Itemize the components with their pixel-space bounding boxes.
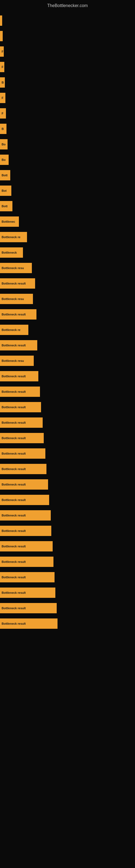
bar: Bottleneck result (0, 278, 35, 289)
bar-label: Bottleneck result (2, 560, 26, 563)
bar-row: Bottleneck result (0, 461, 135, 476)
bar-row (0, 29, 135, 43)
bar-label: Bottleneck result (2, 436, 26, 440)
bar-row: Bottleneck result (0, 523, 135, 538)
bar-label: Bo (2, 143, 6, 146)
bar: F (0, 108, 6, 119)
bar-label: Bottleneck result (2, 576, 26, 579)
bar-label: Bottlenec (2, 220, 15, 223)
bar-label: F (2, 65, 3, 69)
bar-row: Bottleneck re (0, 322, 135, 337)
bar: Bottleneck result (0, 433, 44, 443)
bar-label: Bott (2, 174, 8, 177)
bar-row: Bottleneck result (0, 307, 135, 322)
site-title: TheBottlenecker.com (0, 0, 135, 10)
bar: Bo (0, 139, 8, 150)
bar-row: Bottleneck resu (0, 260, 135, 275)
bar-label: Bot (2, 189, 6, 192)
bar-label: Bottleneck result (2, 591, 26, 594)
bar: Bottleneck resu (0, 294, 33, 304)
bar-row: Bottlenec (0, 214, 135, 229)
bar: F (0, 93, 5, 103)
bar: Bottleneck result (0, 526, 51, 536)
bar-row: F (0, 44, 135, 59)
bar-label: Bottleneck result (2, 483, 26, 486)
bar: Bottleneck result (0, 417, 43, 428)
bar-row: Bottleneck resu (0, 353, 135, 368)
bar-row: F (0, 90, 135, 105)
bar-row: Bottleneck result (0, 477, 135, 492)
bar: Bot (0, 186, 11, 196)
bar-row: Bottleneck result (0, 585, 135, 600)
bar-row (0, 13, 135, 28)
bar: Bottleneck result (0, 371, 38, 381)
bar-row: Bottleneck result (0, 600, 135, 616)
bar-label: Bottleneck re (2, 328, 20, 332)
bar-label: Bo (2, 158, 6, 161)
bar-label: Bottleneck resu (2, 297, 24, 301)
bar-label: Bottleneck result (2, 498, 26, 501)
bar-label: Bottleneck re (2, 236, 20, 239)
bar-label: Bottleneck resu (2, 267, 24, 270)
bar: Bottleneck result (0, 479, 48, 490)
bar-label: Bottleneck (2, 251, 17, 254)
bar-label: Bottleneck result (2, 529, 26, 532)
bar: Bottleneck resu (0, 355, 34, 366)
bar: Bottleneck result (0, 448, 45, 459)
bar-row: Bottleneck result (0, 508, 135, 523)
bar-row: Bott (0, 198, 135, 214)
bar-row: Bottleneck result (0, 415, 135, 430)
bar-label: Bottleneck result (2, 452, 26, 455)
bar-label: Bottleneck result (2, 607, 26, 610)
bar-row: Bottleneck result (0, 338, 135, 352)
bar-row: Bottleneck result (0, 616, 135, 631)
bar-label: Bottleneck resu (2, 359, 24, 362)
bar-label: B (2, 81, 4, 84)
bar: Bott (0, 170, 10, 180)
bar-label: Bott (2, 205, 8, 208)
bar: Bottleneck result (0, 402, 41, 412)
bar-label: Bottleneck result (2, 282, 26, 285)
bar-label: Bottleneck result (2, 344, 26, 347)
bar-row: Bottleneck result (0, 276, 135, 291)
bar-label: Bottleneck result (2, 405, 26, 409)
bar: B (0, 124, 6, 134)
bar-row: B (0, 121, 135, 136)
bar-row: Bottleneck result (0, 569, 135, 585)
bars-container: FFBFFBBoBoBottBotBottBottlenecBottleneck… (0, 10, 135, 634)
bar-row: Bottleneck result (0, 446, 135, 461)
bar: Bottleneck result (0, 541, 53, 552)
bar-label: Bottleneck result (2, 313, 26, 316)
bar: Bottleneck result (0, 510, 51, 521)
bar: F (0, 46, 4, 57)
bar-row: Bo (0, 137, 135, 152)
bar: Bottleneck result (0, 464, 46, 474)
bar: Bottleneck re (0, 325, 28, 335)
bar: B (0, 77, 5, 88)
bar: Bottleneck result (0, 588, 55, 598)
bar-row: Bottleneck (0, 245, 135, 260)
bar: Bottleneck result (0, 557, 53, 567)
bar: Bottleneck resu (0, 263, 32, 273)
bar-label: F (2, 112, 3, 115)
bar-label: Bottleneck result (2, 622, 26, 625)
bar-row: Bottleneck result (0, 492, 135, 507)
bar-label: Bottleneck result (2, 375, 26, 378)
bar-row: Bottleneck result (0, 384, 135, 399)
bar: Bottleneck result (0, 386, 40, 397)
bar-row: F (0, 106, 135, 121)
bar: Bottleneck result (0, 603, 57, 613)
bar: Bo (0, 155, 9, 165)
bar-label: Bottleneck result (2, 390, 26, 393)
bar-row: Bottleneck result (0, 400, 135, 414)
bar-label: Bottleneck result (2, 545, 26, 548)
bar-row: B (0, 75, 135, 90)
bar-row: Bottleneck result (0, 554, 135, 569)
bar-row: Bottleneck result (0, 369, 135, 383)
bar-row: Bo (0, 152, 135, 167)
bar-row: Bott (0, 167, 135, 183)
bar (0, 16, 2, 26)
bar: Bottlenec (0, 216, 19, 227)
bar: Bottleneck result (0, 340, 37, 350)
bar: Bottleneck (0, 247, 23, 258)
